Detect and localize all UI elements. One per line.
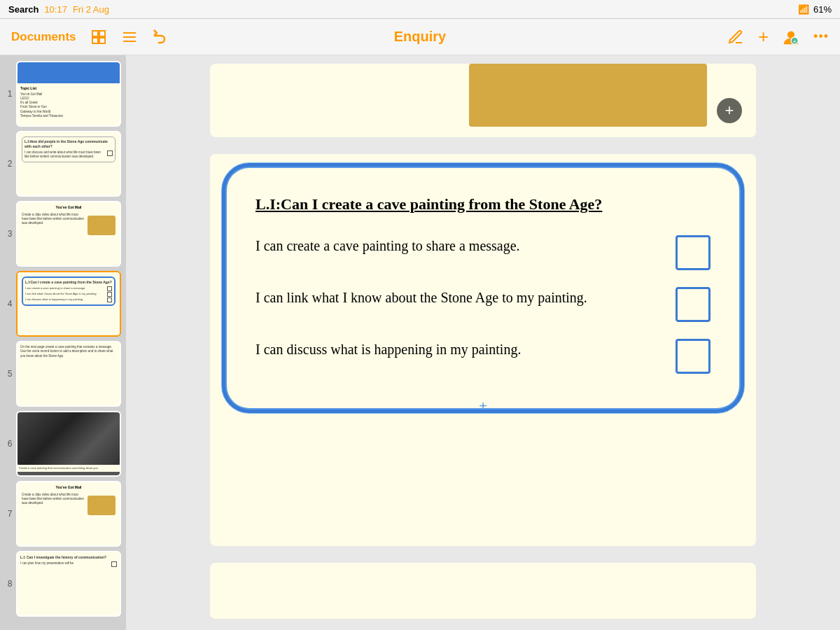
sidebar-row-5: 5 On the next page create a cave paintin… (4, 341, 122, 407)
sidebar-slide-3[interactable]: You've Got Mail Create a clips video abo… (16, 201, 121, 267)
sidebar-row-1: 1 Topic List You've Got MailLEGOIt's all… (4, 61, 122, 127)
add-slide-button[interactable]: + (50, 624, 76, 630)
sidebar-row-2: 2 L.I:How did people in the Stone Age co… (4, 131, 122, 197)
slide-num-1: 1 (4, 89, 16, 99)
list-button[interactable] (121, 29, 138, 46)
li-item-1: I can create a cave painting to share a … (255, 235, 710, 270)
toolbar-title: Enquiry (394, 29, 446, 45)
li-checkbox-3[interactable] (676, 339, 710, 374)
li-title: L.I:Can I create a cave painting from th… (255, 194, 710, 216)
sidebar-row-8: 8 L.I: Can I investigate the history of … (4, 551, 122, 617)
svg-rect-1 (99, 31, 105, 36)
slide-main: L.I:Can I create a cave painting from th… (210, 154, 756, 546)
sidebar-slide-2[interactable]: L.I:How did people in the Stone Age comm… (16, 131, 121, 197)
layout-button[interactable] (90, 29, 107, 46)
li-checkbox-1[interactable] (676, 235, 710, 270)
toolbar-left: Documents (11, 29, 169, 46)
slide-num-2: 2 (4, 159, 16, 169)
sidebar-slide-1[interactable]: Topic List You've Got MailLEGOIt's all G… (16, 61, 121, 127)
sidebar-row-6: 6 Create a cave painting that communicat… (4, 411, 122, 477)
undo-button[interactable] (152, 29, 169, 46)
slide-num-4: 4 (4, 299, 16, 309)
toolbar: Documents Enquiry + + ••• (0, 19, 840, 55)
svg-rect-3 (99, 38, 105, 43)
add-content-button[interactable]: + (717, 98, 742, 123)
pen-tool-button[interactable] (727, 29, 744, 46)
li-item-3: I can discuss what is happening in my pa… (255, 339, 710, 374)
slide-num-6: 6 (4, 439, 16, 449)
li-item-2: I can link what I know about the Stone A… (255, 287, 710, 322)
status-time: 10:17 (44, 4, 67, 15)
status-date: Fri 2 Aug (73, 4, 109, 15)
search-label[interactable]: Search (8, 4, 38, 15)
sidebar-row-7: 7 You've Got Mail Create a clips video a… (4, 481, 122, 547)
sidebar-slide-5[interactable]: On the next page create a cave painting … (16, 341, 121, 407)
more-button[interactable]: ••• (813, 29, 829, 44)
wifi-icon: 📶 (798, 4, 809, 15)
slide-num-7: 7 (4, 509, 16, 519)
battery-label: 61% (813, 4, 832, 15)
sidebar-row-4: 4 L.I:Can I create a cave painting from … (4, 271, 122, 337)
li-item-text-3: I can discuss what is happening in my pa… (255, 339, 662, 360)
li-item-text-2: I can link what I know about the Stone A… (255, 287, 662, 308)
main-area: 1 Topic List You've Got MailLEGOIt's all… (0, 55, 840, 630)
svg-text:+: + (793, 38, 796, 43)
li-checkbox-2[interactable] (676, 287, 710, 322)
status-bar: Search 10:17 Fri 2 Aug 📶 61% (0, 0, 840, 19)
svg-rect-2 (92, 38, 98, 43)
status-left: Search 10:17 Fri 2 Aug (8, 4, 109, 15)
sidebar-slide-6[interactable]: Create a cave painting that communicates… (16, 411, 121, 477)
sidebar-slide-8[interactable]: L.I: Can I investigate the history of co… (16, 551, 121, 617)
slide-top-partial: + (210, 64, 756, 137)
content-area: + L.I:Can I create a cave painting from … (126, 55, 840, 630)
sidebar-slide-7[interactable]: You've Got Mail Create a clips video abo… (16, 481, 121, 547)
sidebar-row-3: 3 You've Got Mail Create a clips video a… (4, 201, 122, 267)
li-card: L.I:Can I create a cave painting from th… (227, 168, 739, 408)
svg-rect-0 (92, 31, 98, 36)
golden-envelope (469, 64, 707, 127)
li-add-button[interactable]: + (479, 398, 487, 414)
toolbar-right: + + ••• (727, 26, 829, 48)
documents-button[interactable]: Documents (11, 30, 76, 44)
slide-num-8: 8 (4, 579, 16, 589)
status-right: 📶 61% (798, 4, 832, 15)
slide-bottom-partial (210, 563, 756, 619)
sidebar-slide-4[interactable]: L.I:Can I create a cave painting from th… (16, 271, 121, 337)
slide-num-3: 3 (4, 229, 16, 239)
slide-num-5: 5 (4, 369, 16, 379)
add-button[interactable]: + (758, 26, 769, 48)
li-item-text-1: I can create a cave painting to share a … (255, 235, 662, 256)
sidebar: 1 Topic List You've Got MailLEGOIt's all… (0, 55, 126, 630)
profile-button[interactable]: + (783, 29, 799, 46)
